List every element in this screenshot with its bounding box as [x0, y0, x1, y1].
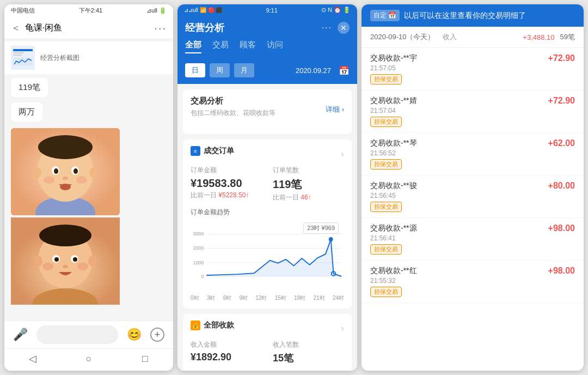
s3-transaction-5: 交易收款-**源 +98.00 21:56:41 担保交易	[362, 218, 584, 261]
s2-order-amount-value: ¥19583.80	[191, 177, 262, 190]
s2-trend-title: 订单金额趋势	[191, 208, 344, 217]
s1-text-119: 119笔	[4, 75, 173, 100]
s1-back-nav[interactable]: ◁	[27, 353, 38, 364]
s1-plus-icon[interactable]: +	[150, 328, 164, 342]
s2-tab-visit[interactable]: 访问	[267, 40, 283, 53]
s2-income-amount-stat: 收入金额 ¥1892.90	[191, 340, 262, 365]
s3-tx1-name: 交易收款-**宇	[370, 53, 417, 63]
s3-tx6-amount: +98.00	[548, 266, 575, 276]
s3-date: 2020-09-10（今天）	[370, 32, 435, 42]
s3-tx1-time: 21:57:05	[370, 64, 575, 72]
s2-analysis-detail[interactable]: 详细 ›	[326, 105, 344, 114]
s2-order-count-value: 119笔	[273, 177, 344, 192]
s3-tx2-name: 交易收款-**婧	[370, 96, 417, 106]
svg-text:2000: 2000	[193, 245, 204, 251]
screen2-analysis: ⊿⊿ull 📶 🔴 ⬛ 9:11 ⊙ N ⏰ 🔋 经营分析 ··· ✕ 全部 交…	[177, 4, 357, 371]
s3-tooltip-icon: 自定 📅	[370, 10, 400, 21]
s1-battery: ⊿ull 🔋	[146, 7, 167, 14]
s2-compare-value2: 46↑	[301, 193, 311, 201]
s3-tx4-time: 21:56:45	[370, 192, 575, 199]
s2-income-amount-label: 收入金额	[191, 340, 262, 349]
s3-tx6-top: 交易收款-**红 +98.00	[370, 266, 575, 276]
s1-message-input[interactable]	[36, 325, 118, 344]
svg-point-15	[44, 176, 54, 184]
s2-tab-customer[interactable]: 顾客	[240, 40, 256, 53]
svg-point-25	[54, 257, 59, 262]
s1-msg-liangwan: 两万	[11, 102, 42, 122]
s1-baby-photo2	[11, 217, 167, 305]
s2-week-btn[interactable]: 周	[210, 63, 230, 77]
s2-month-btn[interactable]: 月	[234, 63, 254, 77]
svg-point-28	[42, 263, 53, 270]
s3-tx4-tag: 担保交易	[370, 202, 402, 212]
s2-menu-btn[interactable]: ···	[322, 23, 332, 33]
svg-point-12	[74, 168, 78, 174]
s3-tooltip-icon-text: 自定	[373, 11, 387, 19]
s1-chat-content: 经营分析截图 119笔 两万	[4, 39, 173, 320]
s1-image-card: 经营分析截图	[4, 41, 173, 74]
s3-tx5-top: 交易收款-**源 +98.00	[370, 223, 575, 233]
s3-tx4-top: 交易收款-**骏 +80.00	[370, 181, 575, 191]
s2-orders-icon: ≡	[191, 146, 200, 156]
s2-order-amount-compare: 比前一日 ¥5228.50↑	[191, 191, 262, 200]
s2-income-title: 全部收款	[204, 320, 234, 330]
s3-tx4-name: 交易收款-**骏	[370, 181, 417, 191]
s2-orders-header: ≡ 成交订单 ›	[191, 146, 344, 161]
svg-point-18	[89, 167, 98, 178]
svg-text:1000: 1000	[193, 260, 204, 265]
s3-transaction-list: 交易收款-**宇 +72.90 21:57:05 担保交易 交易收款-**婧 +…	[362, 48, 584, 371]
svg-rect-3	[13, 55, 22, 56]
s1-carrier: 中国电信	[11, 7, 35, 15]
s1-recent-nav[interactable]: □	[139, 353, 150, 364]
svg-point-11	[54, 168, 58, 174]
s2-analysis-title: 交易分析	[191, 96, 275, 106]
s3-count: 59笔	[560, 32, 575, 42]
s3-tx3-name: 交易收款-**琴	[370, 138, 417, 148]
svg-point-16	[76, 176, 87, 184]
svg-text:3000: 3000	[193, 231, 204, 237]
s2-income-count-label: 收入笔数	[273, 340, 344, 349]
svg-point-8	[38, 135, 93, 159]
s1-nav-bar: ◁ ○ □	[4, 348, 173, 371]
svg-text:0: 0	[201, 274, 204, 279]
s2-tab-all[interactable]: 全部	[185, 40, 201, 53]
s3-transaction-2: 交易收款-**婧 +72.90 21:57:04 担保交易	[362, 90, 584, 133]
s2-income-card: 💰 全部收款 › 收入金额 ¥1892.90 收入笔数 15笔	[183, 314, 352, 371]
s2-income-more[interactable]: ›	[341, 323, 344, 334]
s1-card-info: 经营分析截图	[40, 53, 167, 63]
s2-income-stats: 收入金额 ¥1892.90 收入笔数 15笔	[191, 340, 344, 365]
s3-tx1-top: 交易收款-**宇 +72.90	[370, 53, 575, 63]
s2-orders-title: ≡ 成交订单	[191, 146, 234, 156]
s1-emoji-icon[interactable]: 😊	[127, 328, 142, 342]
s2-tabs: 全部 交易 顾客 访问	[177, 40, 357, 59]
s3-transaction-3: 交易收款-**琴 +62.00 21:56:52 担保交易	[362, 133, 584, 176]
s3-date-header: 2020-09-10（今天） 收入 +3,488.10 59笔	[362, 27, 584, 48]
s3-tx3-top: 交易收款-**琴 +62.00	[370, 138, 575, 148]
screen1-chat: 中国电信 下午2:41 ⊿ull 🔋 ＜ 龟课·闲鱼 ···	[4, 4, 173, 371]
s2-date-display: 2020.09.27	[296, 66, 331, 75]
s2-calendar-icon[interactable]: 📅	[339, 65, 350, 76]
s3-tx1-amount: +72.90	[548, 53, 575, 63]
s2-order-amount-stat: 订单金额 ¥19583.80 比前一日 ¥5228.50↑	[191, 166, 262, 202]
s3-tx1-tag: 担保交易	[370, 74, 402, 84]
s2-orders-more[interactable]: ›	[341, 148, 344, 160]
s1-back-button[interactable]: ＜	[11, 21, 21, 34]
s3-tx2-tag: 担保交易	[370, 117, 402, 127]
s2-close-btn[interactable]: ✕	[338, 22, 350, 34]
s2-body: 交易分析 包括二维码收款、花呗收款等 详细 › ≡ 成交订单 ›	[177, 84, 357, 371]
s1-home-nav[interactable]: ○	[83, 353, 94, 364]
svg-point-27	[63, 265, 68, 268]
svg-rect-2	[13, 52, 24, 53]
s2-chart: 23时 ¥969 3000 2000 1000 0	[191, 222, 344, 293]
s2-day-btn[interactable]: 日	[185, 63, 205, 77]
svg-rect-1	[13, 49, 33, 51]
s3-tx5-time: 21:56:41	[370, 234, 575, 242]
s1-title: 龟课·闲鱼	[25, 22, 150, 34]
s3-tx3-tag: 担保交易	[370, 159, 402, 170]
s1-menu-button[interactable]: ···	[154, 22, 167, 34]
s1-voice-icon[interactable]: 🎤	[13, 328, 28, 342]
s2-income-header: 💰 全部收款 ›	[191, 320, 344, 336]
s2-tab-trade[interactable]: 交易	[212, 40, 229, 53]
s2-compare-label1: 比前一日	[191, 191, 217, 199]
s3-transaction-6: 交易收款-**红 +98.00 21:55:32 担保交易	[362, 261, 584, 303]
